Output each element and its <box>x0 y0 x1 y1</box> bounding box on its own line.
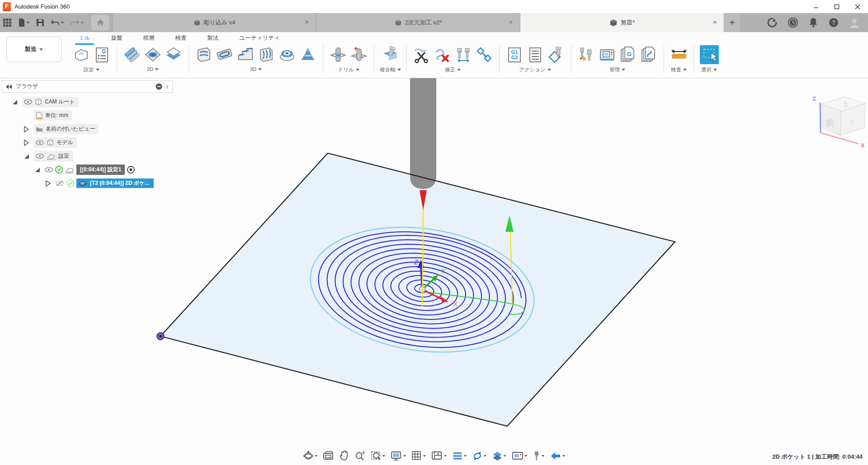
group-label-multiaxis[interactable]: 複合軸 <box>380 66 401 73</box>
group-label-drill[interactable]: ドリル <box>338 66 359 73</box>
help-icon[interactable]: ? <box>828 17 839 28</box>
setup-sheet-icon[interactable] <box>526 45 545 64</box>
expand-arrow-icon[interactable] <box>12 99 20 105</box>
delete-passes-icon[interactable] <box>433 45 452 64</box>
machine-display-button[interactable] <box>510 450 528 462</box>
group-label-manage[interactable]: 管理 <box>609 66 625 73</box>
orbit-button[interactable] <box>302 450 319 462</box>
steep-shallow-icon[interactable] <box>236 45 255 64</box>
minimize-button[interactable] <box>806 0 826 13</box>
tab-close-icon[interactable]: × <box>303 19 311 26</box>
adaptive-clearing-icon[interactable] <box>194 45 213 64</box>
home-view-button[interactable] <box>91 15 109 30</box>
viewport-canvas[interactable]: X Y Z <box>0 78 868 465</box>
group-label-actions[interactable]: アクション <box>519 66 551 73</box>
new-setup-icon[interactable] <box>71 45 90 64</box>
new-tab-button[interactable]: + <box>724 13 740 32</box>
profile-avatar[interactable] <box>849 17 860 28</box>
stock-plate[interactable] <box>160 153 675 426</box>
tab-mill[interactable]: ミル <box>78 33 91 44</box>
visibility-eye-icon[interactable] <box>45 167 53 172</box>
expand-arrow-icon[interactable] <box>24 153 32 160</box>
collapse-arrow-icon[interactable] <box>24 140 32 146</box>
view-cube[interactable]: 上 前 右 Z X <box>812 95 865 149</box>
visibility-eye-icon[interactable] <box>36 140 44 145</box>
tree-row-setups[interactable]: 設定 <box>2 150 173 162</box>
tab-turning[interactable]: 旋盤 <box>110 33 123 44</box>
swarf-icon[interactable] <box>381 45 400 64</box>
select-icon[interactable] <box>700 45 719 64</box>
look-at-button[interactable] <box>321 450 335 462</box>
zoom-button[interactable]: ± <box>353 450 367 462</box>
tree-row-setup1[interactable]: [(0:04:44)] 設定1 <box>2 164 173 175</box>
feed-height-icon[interactable] <box>454 45 473 64</box>
simulate-icon[interactable] <box>547 45 566 64</box>
tab-inspection[interactable]: 検査 <box>175 33 188 44</box>
collapse-arrow-icon[interactable] <box>45 180 53 187</box>
visibility-eye-icon[interactable] <box>24 99 32 104</box>
gcode-setup-icon[interactable]: G <box>92 45 111 64</box>
tab-utilities[interactable]: ユーティリティ <box>239 33 281 44</box>
parallel-icon[interactable] <box>257 45 276 64</box>
collapse-arrow-icon[interactable] <box>24 126 32 132</box>
save-button[interactable] <box>36 19 44 27</box>
visibility-eye-icon[interactable] <box>36 154 44 159</box>
2d-adaptive-icon[interactable] <box>123 45 142 64</box>
panel-grip[interactable]: ‖ <box>166 84 169 89</box>
2d-pocket-icon[interactable] <box>143 45 162 64</box>
pocket-clearing-icon[interactable] <box>215 45 234 64</box>
panel-minus-icon[interactable] <box>156 83 162 90</box>
tool-display-button[interactable] <box>531 450 546 462</box>
stock-visibility-button[interactable] <box>491 450 508 462</box>
regenerate-button[interactable] <box>471 450 488 462</box>
drill-add-icon[interactable]: + <box>349 45 368 64</box>
drill-icon[interactable] <box>329 45 348 64</box>
undo-button[interactable] <box>51 19 64 26</box>
pan-button[interactable] <box>338 450 350 462</box>
2d-pocket-selected[interactable]: [T2 (0:04:44)] 2D ポケ... <box>76 178 154 188</box>
trim-toolpath-icon[interactable] <box>412 45 431 64</box>
cutting-tool[interactable] <box>410 78 436 189</box>
compare-edit-icon[interactable] <box>639 45 658 64</box>
tab-close-icon[interactable]: × <box>507 19 514 26</box>
workspace-selector[interactable]: 製造 <box>6 37 61 62</box>
document-tab-1[interactable]: 彫り込み v4 × <box>112 13 316 32</box>
viewports-button[interactable] <box>430 450 448 462</box>
display-settings-button[interactable] <box>389 450 407 462</box>
face-icon[interactable] <box>164 45 183 64</box>
visibility-off-eye-icon[interactable] <box>56 180 64 186</box>
grid-settings-button[interactable] <box>410 450 427 462</box>
expand-arrow-icon[interactable] <box>34 167 42 173</box>
document-tab-2[interactable]: 2次元加工 v2* × <box>316 13 520 32</box>
group-label-setup[interactable]: 設定 <box>84 66 99 73</box>
morphed-spiral-icon[interactable] <box>278 45 297 64</box>
group-label-3d[interactable]: 3D <box>250 66 262 72</box>
file-menu-button[interactable] <box>18 18 30 27</box>
move-toolpath-icon[interactable] <box>475 45 494 64</box>
notifications-icon[interactable] <box>808 17 818 28</box>
collapse-panel-icon[interactable] <box>6 85 12 89</box>
stock-point[interactable] <box>157 333 164 340</box>
exit-preview-button[interactable] <box>548 450 566 462</box>
maximize-button[interactable] <box>826 0 847 13</box>
group-label-select[interactable]: 選択 <box>701 66 717 73</box>
zoom-window-button[interactable] <box>369 450 387 462</box>
tree-row-2d-pocket[interactable]: [T2 (0:04:44)] 2D ポケ... <box>2 178 173 189</box>
tab-fabrication[interactable]: 製法 <box>207 33 220 44</box>
tree-row-units[interactable]: 単位: mm <box>2 110 173 121</box>
group-label-modify[interactable]: 修正 <box>445 66 461 73</box>
app-grid-icon[interactable] <box>3 18 12 27</box>
tree-row-model[interactable]: モデル <box>2 137 173 148</box>
tab-additive[interactable]: 積層 <box>142 33 156 44</box>
gcode-editor-icon[interactable]: G <box>618 45 637 64</box>
tab-close-icon[interactable]: × <box>711 19 718 26</box>
close-button[interactable] <box>847 0 868 13</box>
machine-library-icon[interactable] <box>598 45 617 64</box>
post-process-icon[interactable]: G1G2 <box>505 45 524 64</box>
tree-row-cam-root[interactable]: CAM ルート <box>2 96 173 108</box>
spiral-ramp-icon[interactable] <box>298 45 317 64</box>
group-label-2d[interactable]: 2D <box>147 66 159 72</box>
measure-icon[interactable] <box>670 45 689 64</box>
tool-library-icon[interactable] <box>577 45 596 64</box>
document-tab-active[interactable]: 無題* × <box>520 13 724 32</box>
